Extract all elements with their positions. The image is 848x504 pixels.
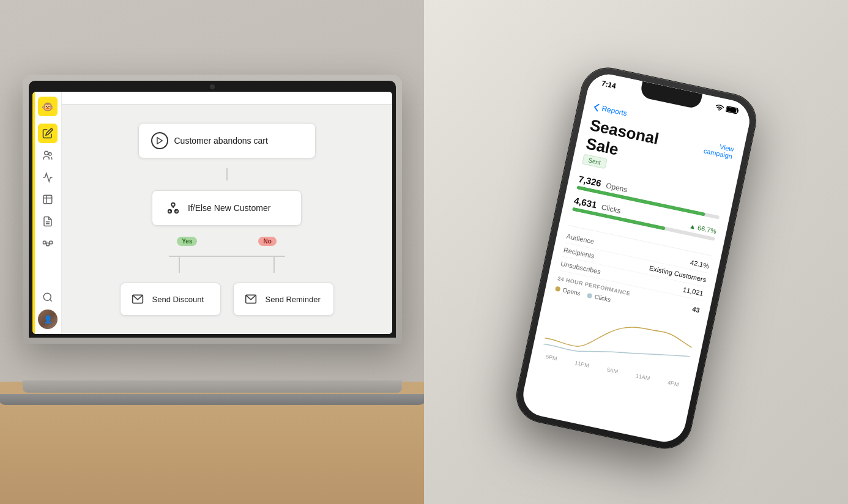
chart-label-11am: 11AM xyxy=(635,372,650,382)
action-node-reminder[interactable]: Send Reminder xyxy=(233,283,334,316)
left-panel: 🐵 xyxy=(0,0,424,504)
sidebar-item-integrations[interactable] xyxy=(38,234,58,253)
opens-legend-dot xyxy=(554,286,560,292)
app-header xyxy=(62,92,392,105)
laptop-camera xyxy=(210,84,215,89)
mailchimp-logo: 🐵 xyxy=(38,97,58,116)
fork-icon xyxy=(165,199,182,217)
svg-marker-14 xyxy=(157,138,162,144)
audience-key: Audience xyxy=(565,232,594,245)
phone-notch xyxy=(639,81,702,109)
action-node-discount[interactable]: Send Discount xyxy=(120,283,221,316)
search-icon xyxy=(42,292,53,303)
svg-rect-8 xyxy=(50,241,53,244)
badge-yes: Yes xyxy=(177,237,197,246)
avatar-image: 👤 xyxy=(38,309,58,329)
battery-icon xyxy=(725,105,740,114)
app-main: Customer abandons cart If/Else New Custo… xyxy=(62,92,392,334)
user-avatar[interactable]: 👤 xyxy=(38,309,58,329)
chevron-left-icon xyxy=(593,103,600,111)
email-icon-2 xyxy=(242,291,259,308)
laptop-screen: 🐵 xyxy=(32,92,392,334)
chart-label-4pm: 4PM xyxy=(667,380,679,388)
branch-badges-row: Yes No xyxy=(177,237,277,246)
svg-rect-7 xyxy=(43,241,46,244)
audience-value: 42.1% xyxy=(690,259,710,270)
journey-canvas: Customer abandons cart If/Else New Custo… xyxy=(62,105,392,334)
sidebar-item-audience[interactable] xyxy=(38,146,58,165)
clicks-legend-dot xyxy=(587,293,592,298)
automations-icon xyxy=(42,194,53,205)
action2-label: Send Reminder xyxy=(266,295,321,304)
phone-screen: 7:14 Reports xyxy=(519,70,753,446)
svg-line-13 xyxy=(50,299,51,301)
left-branch-line xyxy=(179,256,180,273)
edit-icon xyxy=(42,128,53,139)
laptop-bezel: 🐵 xyxy=(29,81,396,338)
svg-point-12 xyxy=(43,293,51,300)
perf-value: 43 xyxy=(691,305,700,314)
sidebar-item-search[interactable] xyxy=(38,287,58,307)
sidebar-item-content[interactable] xyxy=(38,212,58,231)
sidebar-item-automations[interactable] xyxy=(38,190,58,209)
connector-1 xyxy=(226,168,228,180)
phone-outer: 7:14 Reports xyxy=(511,63,760,453)
laptop-bottom xyxy=(0,394,424,405)
right-panel: 7:14 Reports xyxy=(424,0,848,504)
campaigns-icon xyxy=(42,172,53,183)
sidebar-item-edit[interactable] xyxy=(38,124,58,143)
chart-label-11pm: 11PM xyxy=(574,360,589,369)
horizontal-line xyxy=(169,256,285,257)
laptop-device: 🐵 xyxy=(23,75,402,344)
status-icons xyxy=(715,103,740,115)
condition-node[interactable]: If/Else New Customer xyxy=(152,190,302,226)
audience-icon xyxy=(42,150,53,161)
sent-badge: Sent xyxy=(581,154,606,169)
app-sidebar: 🐵 xyxy=(35,92,62,334)
condition-label: If/Else New Customer xyxy=(188,203,270,213)
trigger-label: Customer abandons cart xyxy=(174,136,268,146)
trigger-node[interactable]: Customer abandons cart xyxy=(138,123,316,158)
email-icon-1 xyxy=(129,291,146,308)
phone-time: 7:14 xyxy=(600,79,616,91)
right-branch-line xyxy=(273,256,275,273)
phone-device: 7:14 Reports xyxy=(511,63,760,453)
svg-rect-2 xyxy=(43,195,52,204)
laptop-base xyxy=(23,380,402,393)
badge-no: No xyxy=(258,237,276,246)
svg-point-20 xyxy=(718,109,720,111)
mailchimp-logo-icon: 🐵 xyxy=(42,101,54,113)
svg-point-17 xyxy=(171,203,175,207)
action1-label: Send Discount xyxy=(152,295,204,304)
chart-label-5pm: 5PM xyxy=(545,354,557,362)
svg-point-1 xyxy=(49,153,52,156)
integrations-icon xyxy=(42,238,53,249)
sidebar-item-campaigns[interactable] xyxy=(38,168,58,187)
unsubscribes-value: 11,021 xyxy=(682,286,704,297)
wifi-icon xyxy=(715,103,724,111)
branch-lines xyxy=(141,256,313,273)
action-nodes-row: Send Discount Send Reminder xyxy=(120,283,334,316)
svg-point-0 xyxy=(45,151,48,155)
svg-rect-9 xyxy=(46,243,50,246)
content-icon xyxy=(42,216,53,227)
trigger-icon xyxy=(151,132,168,149)
chart-label-5am: 5AM xyxy=(606,366,618,375)
